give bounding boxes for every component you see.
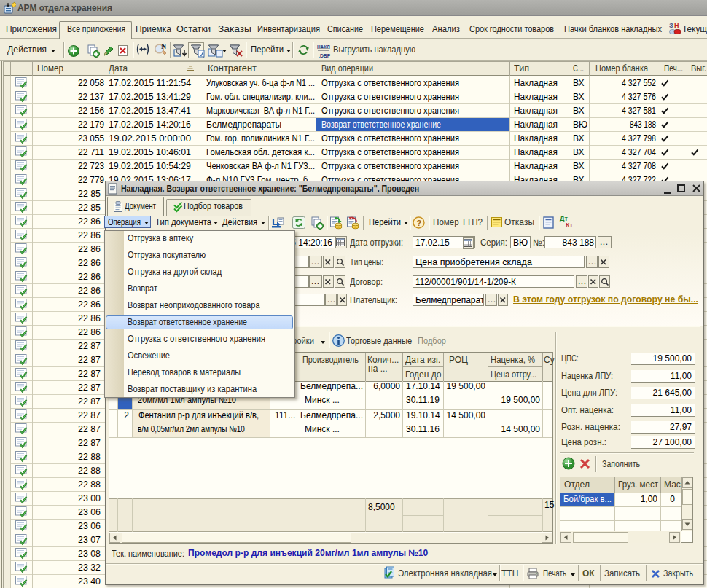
svg-text:З: З (669, 22, 673, 29)
svg-text:?: ? (417, 219, 422, 227)
svg-text:Н: Н (674, 22, 679, 29)
svg-text:N: N (161, 42, 167, 50)
